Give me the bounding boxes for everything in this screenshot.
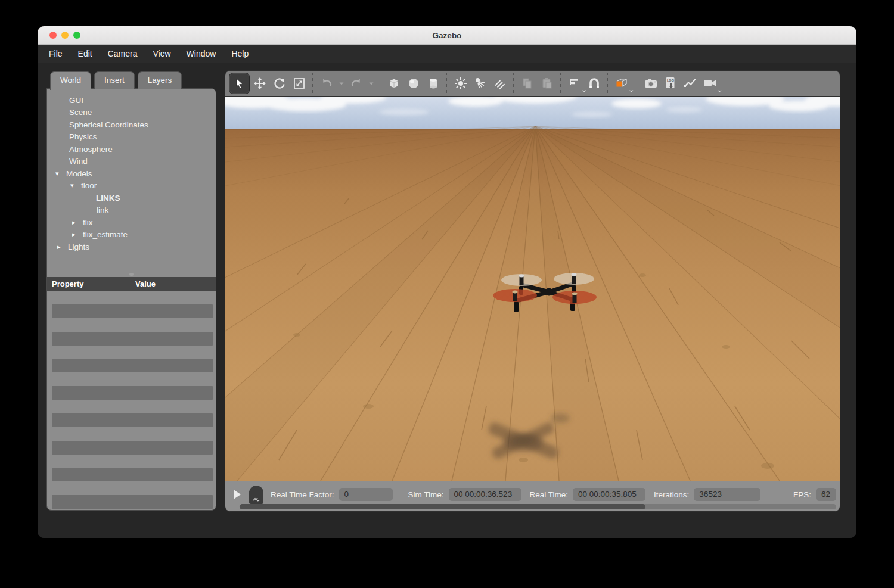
log-record-button[interactable]: LOG [660, 73, 680, 94]
zoom-window-button[interactable] [73, 32, 80, 39]
property-row-empty [47, 372, 216, 386]
step-button[interactable] [249, 486, 263, 504]
step-icon [253, 497, 260, 502]
scrollbar-thumb[interactable] [240, 504, 645, 509]
tree-item-label: Wind [69, 157, 88, 166]
video-record-icon [703, 77, 717, 89]
toolbar-separator [380, 73, 380, 94]
menu-file[interactable]: File [41, 45, 70, 63]
translate-tool-icon [254, 77, 266, 89]
menu-help[interactable]: Help [224, 45, 256, 63]
minimize-window-button[interactable] [61, 32, 69, 39]
paste-icon [541, 77, 554, 90]
property-row-empty [47, 346, 216, 359]
view-angle-button[interactable]: ⌄ [611, 73, 631, 94]
tree-item-label: Physics [69, 132, 97, 141]
tree-item-spherical-coordinates[interactable]: Spherical Coordinates [47, 119, 216, 131]
iterations-label: Iterations: [654, 490, 689, 499]
collapse-icon[interactable]: ▾ [70, 182, 81, 189]
expand-icon[interactable]: ▸ [72, 231, 83, 238]
align-button[interactable]: ⌄ [564, 73, 584, 94]
rotate-tool-button[interactable] [269, 73, 289, 94]
tree-item-label: Lights [68, 242, 89, 251]
svg-text:LOG: LOG [667, 79, 674, 82]
screenshot-button[interactable] [641, 73, 660, 94]
tree-item-physics[interactable]: Physics [47, 131, 216, 144]
translate-tool-button[interactable] [250, 73, 269, 94]
video-record-button[interactable]: ⌄ [700, 73, 719, 94]
horizontal-scrollbar[interactable] [240, 504, 836, 509]
align-icon [568, 77, 581, 90]
menu-window[interactable]: Window [179, 45, 224, 63]
expand-icon[interactable]: ▸ [72, 219, 83, 226]
redo-history-button[interactable] [366, 73, 376, 94]
redo-history-icon [368, 80, 374, 86]
property-row-empty [47, 318, 216, 332]
gazebo-window: Gazebo FileEditCameraViewWindowHelp Worl… [38, 26, 856, 538]
paste-button[interactable] [537, 73, 557, 94]
value-column-header: Value [135, 279, 156, 288]
undo-history-icon [339, 80, 344, 86]
menu-edit[interactable]: Edit [70, 45, 100, 63]
toolbar-separator [446, 73, 447, 94]
insert-box-button[interactable] [384, 73, 403, 94]
close-window-button[interactable] [49, 32, 57, 39]
tree-item-label: Atmosphere [69, 145, 113, 154]
insert-cylinder-button[interactable] [423, 73, 443, 94]
play-button[interactable] [234, 490, 241, 499]
tree-item-atmosphere[interactable]: Atmosphere [47, 143, 216, 155]
point-light-button[interactable] [451, 73, 470, 94]
collapse-icon[interactable]: ▾ [55, 170, 66, 178]
directional-light-button[interactable] [490, 73, 510, 94]
snap-button[interactable] [584, 73, 604, 94]
tree-item-label: Models [66, 169, 92, 178]
property-row-empty [52, 495, 213, 509]
real-time-label: Real Time: [530, 490, 569, 499]
tree-item-link[interactable]: link [47, 204, 216, 217]
tree-item-scene[interactable]: Scene [47, 107, 216, 119]
log-record-icon: LOG [664, 76, 677, 91]
tree-item-wind[interactable]: Wind [47, 155, 216, 168]
spot-light-button[interactable] [470, 73, 490, 94]
menu-view[interactable]: View [145, 45, 178, 63]
plot-button[interactable] [680, 73, 700, 94]
property-table-header: Property Value [47, 277, 216, 291]
title-bar: Gazebo [38, 26, 856, 45]
tab-layers[interactable]: Layers [138, 71, 182, 89]
undo-history-button[interactable] [336, 73, 346, 94]
tree-item-gui[interactable]: GUI [47, 94, 216, 107]
view-angle-icon [614, 77, 629, 90]
insert-sphere-button[interactable] [403, 73, 423, 94]
panel-splitter[interactable] [47, 272, 216, 277]
plot-icon [684, 77, 697, 90]
3d-viewport[interactable] [225, 97, 840, 481]
property-row-empty [47, 400, 216, 413]
tree-item-label: LINKS [96, 194, 120, 203]
tree-item-flix-estimate[interactable]: ▸flix_estimate [47, 229, 216, 241]
redo-button[interactable] [346, 73, 366, 94]
world-panel: GUISceneSpherical CoordinatesPhysicsAtmo… [46, 88, 216, 511]
tree-item-label: Scene [69, 108, 92, 117]
menu-camera[interactable]: Camera [100, 45, 145, 63]
tree-item-models[interactable]: ▾Models [47, 167, 216, 180]
copy-button[interactable] [517, 73, 537, 94]
chevron-down-icon: ⌄ [628, 86, 635, 93]
tree-item-lights[interactable]: ▸Lights [47, 241, 216, 253]
scale-tool-button[interactable] [289, 73, 309, 94]
property-row-empty [47, 455, 216, 468]
tree-item-links[interactable]: LINKS [47, 192, 216, 204]
fps-label: FPS: [793, 490, 811, 499]
tree-item-floor[interactable]: ▾floor [47, 180, 216, 192]
select-tool-button[interactable] [229, 73, 250, 94]
tab-insert[interactable]: Insert [94, 71, 135, 89]
tab-world[interactable]: World [50, 71, 91, 90]
sidebar: WorldInsertLayers GUISceneSpherical Coor… [46, 71, 216, 511]
toolbar-separator [607, 73, 608, 94]
toolbar: ⌄⌄LOG⌄ [225, 70, 840, 97]
expand-icon[interactable]: ▸ [57, 243, 68, 251]
copy-icon [521, 77, 534, 90]
property-row-empty [52, 413, 213, 427]
toolbar-separator [312, 73, 313, 94]
tree-item-flix[interactable]: ▸flix [47, 216, 216, 229]
undo-button[interactable] [316, 73, 336, 94]
